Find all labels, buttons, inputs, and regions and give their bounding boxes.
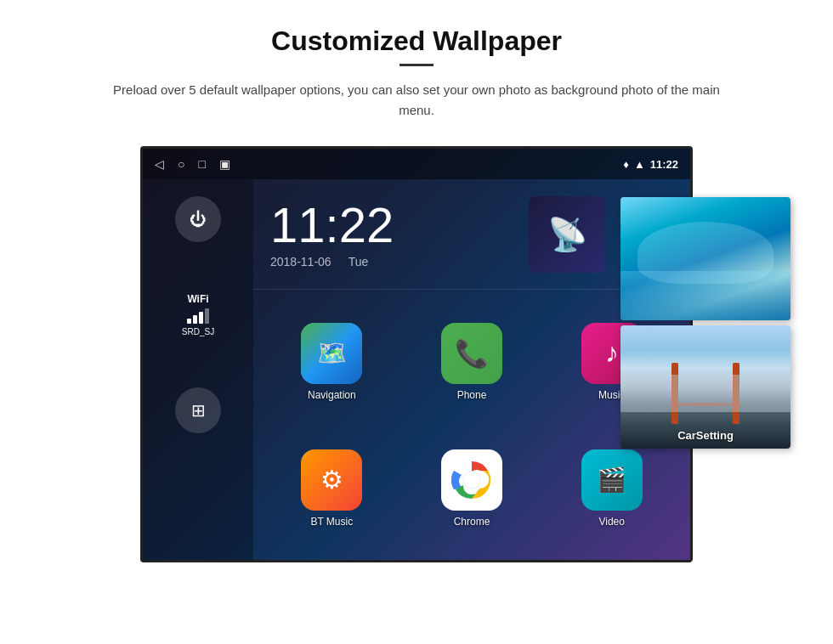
status-bar-right: ♦ ▲ 11:22	[623, 158, 678, 171]
navigation-label: Navigation	[308, 389, 356, 401]
video-icon: 🎬	[581, 449, 643, 511]
map-symbol: 🗺️	[317, 339, 347, 367]
status-bar: ◁ ○ □ ▣ ♦ ▲ 11:22	[143, 149, 690, 179]
screen-body: ⏻ WiFi SRD_SJ ⊞	[143, 179, 690, 560]
wifi-bar-4	[205, 308, 209, 324]
apps-icon: ⊞	[191, 400, 206, 421]
wifi-info: WiFi SRD_SJ	[182, 293, 214, 336]
phone-icon: 📞	[441, 323, 502, 384]
video-label: Video	[598, 516, 624, 528]
mockup-area: ◁ ○ □ ▣ ♦ ▲ 11:22 ⏻ WiFi	[51, 146, 782, 562]
recent-nav-icon[interactable]: □	[198, 157, 205, 171]
wifi-bars	[182, 308, 214, 324]
clock-date: 2018-11-06 Tue	[270, 255, 512, 268]
wifi-icon: ▲	[634, 158, 645, 171]
app-navigation[interactable]: 🗺️ Navigation	[262, 298, 402, 425]
widget-icon: 📡	[529, 196, 605, 273]
wallpaper-bridge-label: CarSetting	[620, 429, 790, 442]
page-description: Preload over 5 default wallpaper options…	[110, 80, 722, 121]
status-time: 11:22	[650, 158, 678, 171]
back-nav-icon[interactable]: ◁	[155, 157, 164, 171]
chrome-label: Chrome	[454, 516, 490, 528]
wifi-ssid: SRD_SJ	[182, 327, 214, 336]
screenshot-nav-icon[interactable]: ▣	[219, 157, 230, 171]
widget-signal-icon: 📡	[547, 216, 587, 253]
status-bar-left: ◁ ○ □ ▣	[155, 157, 230, 171]
clock-time: 11:22	[270, 201, 512, 250]
power-button[interactable]: ⏻	[175, 196, 221, 242]
apps-button[interactable]: ⊞	[175, 387, 221, 433]
app-bt-music[interactable]: ⚙ BT Music	[262, 425, 402, 551]
power-icon: ⏻	[190, 210, 207, 229]
clock-block: 11:22 2018-11-06 Tue	[270, 201, 512, 268]
page-title: Customized Wallpaper	[271, 25, 562, 57]
phone-symbol: 📞	[455, 337, 489, 370]
left-sidebar: ⏻ WiFi SRD_SJ ⊞	[143, 179, 253, 560]
bt-music-label: BT Music	[310, 516, 353, 528]
title-divider	[400, 64, 434, 66]
phone-label: Phone	[457, 389, 487, 401]
app-chrome[interactable]: Chrome	[402, 425, 542, 551]
wifi-bar-3	[199, 312, 203, 324]
android-screen: ◁ ○ □ ▣ ♦ ▲ 11:22 ⏻ WiFi	[140, 146, 693, 562]
home-nav-icon[interactable]: ○	[178, 157, 184, 171]
bluetooth-symbol: ⚙	[320, 465, 343, 494]
wifi-label: WiFi	[182, 293, 214, 305]
clock-date-value: 2018-11-06	[270, 255, 332, 268]
video-symbol: 🎬	[597, 466, 626, 494]
wifi-bar-1	[187, 319, 191, 324]
wallpaper-bridge[interactable]: CarSetting	[620, 325, 790, 449]
wifi-bar-2	[193, 315, 197, 324]
chrome-icon	[441, 449, 502, 511]
svg-point-2	[465, 473, 479, 487]
app-phone[interactable]: 📞 Phone	[402, 298, 542, 425]
bt-music-icon: ⚙	[301, 449, 362, 511]
navigation-icon: 🗺️	[301, 323, 362, 384]
chrome-svg	[451, 460, 492, 500]
location-icon: ♦	[623, 158, 629, 171]
music-symbol: ♪	[605, 337, 619, 369]
wallpaper-stack: CarSetting	[620, 197, 790, 449]
clock-day: Tue	[348, 255, 369, 268]
wallpaper-ice[interactable]	[620, 197, 790, 320]
